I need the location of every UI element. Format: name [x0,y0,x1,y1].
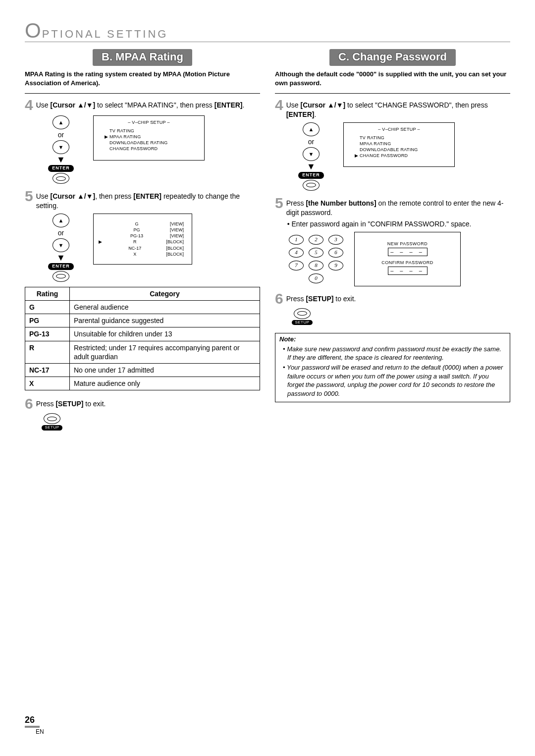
up-button-icon[interactable]: ▲ [53,214,69,227]
number-pad: 1 2 3 4 5 6 7 8 9 0 [289,235,344,283]
new-password-label: NEW PASSWORD [360,241,455,247]
note-title: Note: [279,335,506,344]
num-2-button[interactable]: 2 [309,235,323,245]
table-header-category: Category [70,287,260,300]
section-b-step-5: 5 Use [Cursor ▲/▼], then press [ENTER] r… [25,189,260,211]
confirm-password-field: – – – – [388,267,428,274]
section-c-step-6: 6 Press [SETUP] to exit. [275,291,510,306]
divider [25,93,260,94]
setup-button[interactable]: SETUP [290,308,315,325]
step-number-icon: 5 [25,189,33,204]
note-box: Note: Make sure new password and confirm… [275,333,510,402]
num-0-button[interactable]: 0 [309,273,323,283]
confirm-password-label: CONFIRM PASSWORD [360,260,455,266]
enter-label: ENTER [48,263,74,270]
table-row: RRestricted; under 17 requires accompany… [25,341,260,363]
table-row: GGeneral audience [25,301,260,314]
section-b-step-6: 6 Press [SETUP] to exit. [25,396,260,411]
setup-button[interactable]: SETUP [40,413,64,430]
page-footer: 26 EN [25,714,44,736]
down-button-icon[interactable]: ▼ [303,147,320,161]
step-number-icon: 6 [275,291,283,306]
setup-button-icon [294,308,311,319]
section-b-step-4: 4 Use [Cursor ▲/▼] to select "MPAA RATIN… [25,98,260,112]
step-text: Use [Cursor ▲/▼] to select "CHANGE PASSW… [286,98,510,119]
enter-button-icon[interactable] [53,173,69,184]
header-rest: PTIONAL SETTING [42,27,168,42]
num-4-button[interactable]: 4 [289,248,304,258]
section-b-title: B. MPAA Rating [93,49,192,66]
vchip-menu-box: – V–CHIP SETUP – TV RATING ▶MPAA RATING … [93,115,205,160]
divider [275,93,510,94]
or-label: or [58,130,64,139]
up-button-icon[interactable]: ▲ [303,122,320,136]
setup-label: SETUP [292,320,312,325]
note-item: Make sure new password and confirm passw… [287,345,506,362]
section-c-step-4: 4 Use [Cursor ▲/▼] to select "CHANGE PAS… [275,98,510,119]
vchip-menu-box: – V–CHIP SETUP – TV RATING MPAA RATING D… [343,122,455,167]
step-text: Use [Cursor ▲/▼], then press [ENTER] rep… [36,189,260,211]
num-6-button[interactable]: 6 [328,248,343,258]
down-button-icon[interactable]: ▼ [53,238,69,252]
num-9-button[interactable]: 9 [328,261,343,270]
section-c-title: C. Change Password [329,49,456,66]
new-password-field: – – – – [388,248,428,256]
setup-button-icon [44,413,60,424]
step-number-icon: 5 [275,196,283,211]
up-button-icon[interactable]: ▲ [53,115,69,129]
arrow-down-icon: ▼ [56,155,65,164]
table-row: PGParental guidance suggested [25,314,260,327]
step-text: Press [the Number buttons] on the remote… [286,196,510,229]
step-text: Press [SETUP] to exit. [36,396,260,409]
cursor-pad: ▲ or ▼ ▼ ENTER [289,122,333,191]
table-row: XMature audience only [25,377,260,390]
num-1-button[interactable]: 1 [289,235,304,245]
page-header: O PTIONAL SETTING [25,22,510,42]
section-c-step-5: 5 Press [the Number buttons] on the remo… [275,196,510,229]
num-3-button[interactable]: 3 [328,235,343,245]
page-lang: EN [36,728,44,735]
enter-label: ENTER [48,165,74,172]
enter-button-icon[interactable] [53,271,69,282]
step-text: Use [Cursor ▲/▼] to select "MPAA RATING"… [36,98,260,110]
num-5-button[interactable]: 5 [309,248,323,258]
step-number-icon: 4 [275,98,283,112]
step-number-icon: 6 [25,396,33,411]
table-row: NC-17No one under 17 admitted [25,363,260,377]
setup-label: SETUP [42,425,62,430]
down-button-icon[interactable]: ▼ [53,140,69,154]
section-b-column: B. MPAA Rating MPAA Rating is the rating… [25,49,260,431]
num-7-button[interactable]: 7 [289,261,304,270]
num-8-button[interactable]: 8 [309,261,323,270]
section-c-intro: Although the default code "0000" is supp… [275,70,510,87]
enter-label: ENTER [298,172,324,179]
arrow-down-icon: ▼ [56,253,65,262]
step-text: Press [SETUP] to exit. [286,291,510,304]
menu-title: – V–CHIP SETUP – [101,120,197,126]
page-number: 26 [25,714,40,728]
table-header-rating: Rating [25,287,70,300]
enter-button-icon[interactable] [303,180,320,191]
cursor-pad: ▲ or ▼ ▼ ENTER [39,214,83,282]
password-entry-box: NEW PASSWORD – – – – CONFIRM PASSWORD – … [354,232,461,286]
arrow-down-icon: ▼ [307,162,316,171]
or-label: or [58,228,64,237]
step-number-icon: 4 [25,98,33,112]
table-row: PG-13Unsuitable for children under 13 [25,327,260,341]
cursor-pad: ▲ or ▼ ▼ ENTER [39,115,83,184]
menu-title: – V–CHIP SETUP – [351,127,447,133]
mpaa-rating-menu-box: G[VIEW] PG[VIEW] PG-13[VIEW] ▶R[BLOCK] N… [93,214,192,265]
section-c-column: C. Change Password Although the default … [275,49,510,431]
or-label: or [308,137,314,146]
step5-bullet: Enter password again in "CONFIRM PASSWOR… [286,219,510,229]
section-b-intro: MPAA Rating is the rating system created… [25,70,260,87]
mpaa-rating-table: Rating Category GGeneral audience PGPare… [25,287,260,391]
header-big-o: O [25,22,42,39]
note-item: Your password will be erased and return … [287,363,506,398]
